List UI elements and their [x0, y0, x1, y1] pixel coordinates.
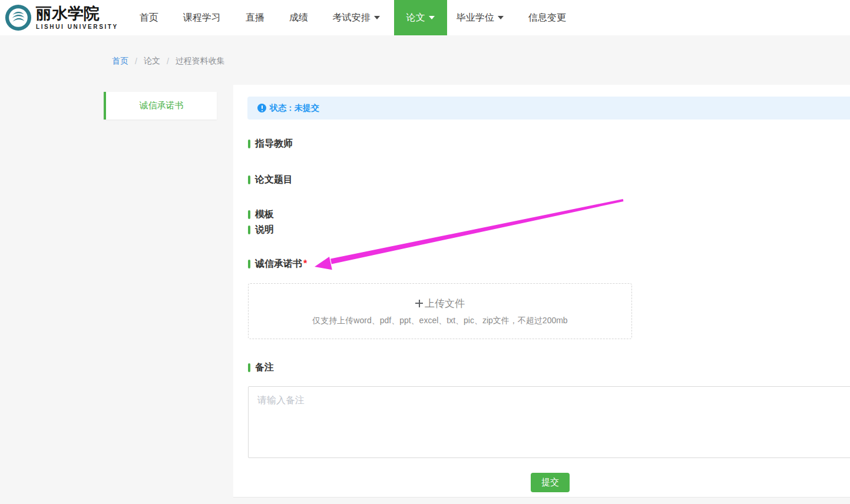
caret-down-icon: [429, 16, 435, 19]
breadcrumb-home-link[interactable]: 首页: [112, 56, 128, 67]
required-asterisk: *: [303, 258, 307, 270]
breadcrumb-separator: /: [135, 57, 137, 66]
nav-item-live[interactable]: 直播: [246, 0, 264, 35]
section-marker: [248, 210, 250, 219]
section-marker: [248, 226, 250, 234]
breadcrumb-item-thesis[interactable]: 论文: [144, 56, 160, 67]
upload-hint: 仅支持上传word、pdf、ppt、excel、txt、pic、zip文件，不超…: [312, 316, 567, 326]
university-logo[interactable]: 丽水学院 LISHUI UNIVERSITY: [5, 4, 118, 31]
section-title-remark: 备注: [248, 362, 274, 373]
caret-down-icon: [374, 16, 380, 19]
nav-item-exam-schedule[interactable]: 考试安排: [333, 0, 380, 35]
university-name-cn: 丽水学院: [36, 5, 118, 22]
content-panel: 状态： 未提交 指导教师 论文题目 模板 说明 诚信承诺书 * 上: [233, 85, 850, 498]
section-marker: [248, 140, 250, 148]
nav-item-info-change[interactable]: 信息变更: [528, 0, 566, 35]
plus-icon: [415, 300, 423, 307]
caret-down-icon: [498, 16, 504, 19]
sidebar-item-integrity-pledge[interactable]: 诚信承诺书: [104, 92, 217, 120]
section-title-supervisor: 指导教师: [248, 138, 293, 150]
nav-menu: 首页 课程学习 直播 成绩 考试安排 论文 毕业学位 信息变更: [140, 0, 591, 35]
info-circle-icon: [257, 104, 266, 112]
breadcrumb-separator: /: [167, 57, 169, 66]
sidebar-item-label: 诚信承诺书: [140, 100, 184, 111]
section-marker: [248, 260, 250, 268]
nav-item-degree[interactable]: 毕业学位: [457, 0, 504, 35]
breadcrumb: 首页 / 论文 / 过程资料收集: [112, 56, 225, 67]
status-label: 状态：: [270, 103, 295, 114]
nav-item-grades[interactable]: 成绩: [289, 0, 308, 35]
upload-button-label: 上传文件: [425, 297, 465, 310]
section-title-template: 模板: [248, 208, 274, 220]
top-navbar: 丽水学院 LISHUI UNIVERSITY 首页 课程学习 直播 成绩 考试安…: [0, 0, 850, 35]
university-name-en: LISHUI UNIVERSITY: [36, 24, 118, 30]
section-title-instructions: 说明: [248, 224, 274, 236]
page: 丽水学院 LISHUI UNIVERSITY 首页 课程学习 直播 成绩 考试安…: [0, 0, 850, 504]
section-title-thesis-title: 论文题目: [248, 174, 293, 185]
nav-item-home[interactable]: 首页: [140, 0, 158, 35]
section-marker: [248, 175, 250, 184]
nav-item-thesis[interactable]: 论文: [394, 0, 447, 35]
nav-item-courses[interactable]: 课程学习: [183, 0, 221, 35]
submit-button[interactable]: 提交: [531, 473, 570, 492]
breadcrumb-item-current: 过程资料收集: [176, 56, 225, 67]
upload-button[interactable]: 上传文件: [415, 297, 465, 310]
upload-dropzone[interactable]: 上传文件 仅支持上传word、pdf、ppt、excel、txt、pic、zip…: [248, 283, 632, 339]
section-marker: [248, 363, 250, 372]
section-title-integrity-pledge: 诚信承诺书 *: [248, 258, 307, 270]
status-alert: 状态： 未提交: [247, 97, 850, 120]
remark-textarea[interactable]: [248, 386, 850, 458]
university-name: 丽水学院 LISHUI UNIVERSITY: [36, 5, 118, 30]
status-value: 未提交: [295, 103, 319, 114]
university-seal-icon: [5, 4, 32, 31]
